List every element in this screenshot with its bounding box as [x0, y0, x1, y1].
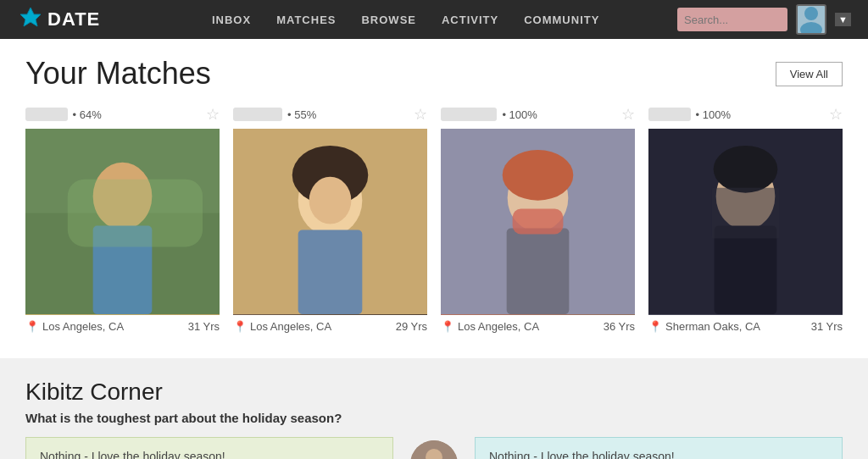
avatar[interactable] [796, 4, 826, 35]
match-footer: 📍 Sherman Oaks, CA 31 Yrs [648, 320, 843, 333]
match-footer: 📍 Los Angeles, CA 31 Yrs [25, 320, 220, 333]
nav-activity[interactable]: ACTIVITY [442, 14, 498, 26]
nav-browse[interactable]: BROWSE [361, 14, 416, 26]
photo-svg [25, 129, 220, 314]
nav-matches[interactable]: MATCHES [276, 14, 336, 26]
match-info: •••••••• • 100% [648, 108, 731, 121]
svg-rect-21 [715, 225, 777, 314]
svg-rect-22 [712, 188, 780, 239]
favorite-star-icon[interactable]: ☆ [414, 105, 427, 124]
pin-icon: 📍 [648, 320, 662, 333]
match-percent: • 100% [696, 108, 731, 121]
kibitz-section: Kibitz Corner What is the toughest part … [0, 358, 868, 459]
photo-svg [233, 129, 427, 314]
svg-rect-16 [507, 228, 570, 314]
match-age: 31 Yrs [811, 320, 843, 333]
kibitz-card-left[interactable]: Nothing - I love the holiday season! [25, 437, 393, 459]
match-location: 📍 Los Angeles, CA [441, 320, 539, 333]
match-info: •••••••••• • 55% [233, 108, 316, 121]
kibitz-title: Kibitz Corner [25, 379, 843, 406]
match-age: 36 Yrs [604, 320, 635, 333]
pin-icon: 📍 [233, 320, 247, 333]
match-percent: • 55% [287, 108, 316, 121]
match-card[interactable]: •••••••••••• • 100% ☆ 📍 Los Angeles, CA [441, 105, 635, 333]
search-input[interactable] [677, 8, 787, 31]
match-name-blurred: •••••••••• [233, 108, 282, 121]
pin-icon: 📍 [25, 320, 39, 333]
logo-text: DATE [47, 8, 100, 30]
match-card[interactable]: •••••••• • 100% ☆ 📍 Sherman Oaks, CA [648, 105, 843, 333]
svg-point-20 [714, 146, 778, 193]
match-percent: • 64% [73, 108, 102, 121]
match-card-header: •••••••••••• • 100% ☆ [441, 105, 635, 124]
match-name-blurred: •••••••••••• [441, 108, 497, 121]
matches-grid: •••••••• • 64% ☆ 📍 Los Angeles, CA [25, 105, 843, 333]
favorite-star-icon[interactable]: ☆ [206, 105, 220, 124]
match-location: 📍 Los Angeles, CA [233, 320, 331, 333]
kibitz-question: What is the toughest part about the holi… [25, 411, 843, 425]
page-header: Your Matches View All [25, 56, 843, 91]
match-photo[interactable] [441, 129, 635, 315]
favorite-star-icon[interactable]: ☆ [621, 105, 635, 124]
svg-point-12 [309, 177, 352, 224]
match-photo[interactable] [233, 129, 427, 315]
match-percent: • 100% [502, 108, 537, 121]
match-card-header: •••••••••• • 55% ☆ [233, 105, 427, 124]
nav-community[interactable]: COMMUNITY [524, 14, 599, 26]
kibitz-avatar[interactable] [410, 440, 458, 459]
view-all-button[interactable]: View All [776, 62, 843, 86]
match-info: •••••••• • 64% [25, 108, 102, 121]
favorite-star-icon[interactable]: ☆ [829, 105, 843, 124]
photo-svg [441, 129, 635, 314]
nav-links: INBOX MATCHES BROWSE ACTIVITY COMMUNITY [134, 14, 677, 26]
match-info: •••••••••••• • 100% [441, 108, 537, 121]
kibitz-card-right[interactable]: Nothing - I love the holiday season! [475, 437, 843, 459]
nav-dropdown-button[interactable]: ▼ [835, 13, 851, 26]
match-card-header: •••••••• • 100% ☆ [648, 105, 843, 124]
svg-marker-0 [20, 8, 41, 26]
jdate-logo-icon [17, 6, 44, 33]
svg-rect-11 [298, 230, 363, 314]
match-card[interactable]: •••••••• • 64% ☆ 📍 Los Angeles, CA [25, 105, 220, 333]
match-location: 📍 Sherman Oaks, CA [648, 320, 760, 333]
match-card[interactable]: •••••••••• • 55% ☆ 📍 Los Angeles, CA [233, 105, 427, 333]
nav-right: ▼ [677, 4, 851, 35]
match-name-blurred: •••••••• [25, 108, 68, 121]
page-title: Your Matches [25, 56, 211, 91]
match-location: 📍 Los Angeles, CA [25, 320, 124, 333]
logo[interactable]: DATE [17, 6, 100, 33]
match-name-blurred: •••••••• [648, 108, 691, 121]
main-nav: DATE INBOX MATCHES BROWSE ACTIVITY COMMU… [0, 0, 868, 39]
match-footer: 📍 Los Angeles, CA 36 Yrs [441, 320, 635, 333]
svg-point-15 [503, 150, 574, 201]
main-content: Your Matches View All •••••••• • 64% ☆ [0, 39, 868, 358]
match-age: 31 Yrs [188, 320, 220, 333]
match-age: 29 Yrs [396, 320, 427, 333]
svg-rect-17 [513, 209, 564, 235]
svg-point-1 [804, 7, 818, 20]
svg-point-2 [800, 22, 822, 35]
kibitz-avatar-icon [410, 440, 458, 459]
pin-icon: 📍 [441, 320, 454, 333]
match-footer: 📍 Los Angeles, CA 29 Yrs [233, 320, 427, 333]
svg-rect-7 [68, 180, 203, 247]
match-card-header: •••••••• • 64% ☆ [25, 105, 220, 124]
match-photo[interactable] [648, 129, 843, 315]
avatar-icon [798, 4, 825, 35]
kibitz-cards: Nothing - I love the holiday season! Not… [25, 437, 843, 459]
photo-svg [648, 129, 843, 314]
nav-inbox[interactable]: INBOX [212, 14, 251, 26]
match-photo[interactable] [25, 129, 220, 315]
